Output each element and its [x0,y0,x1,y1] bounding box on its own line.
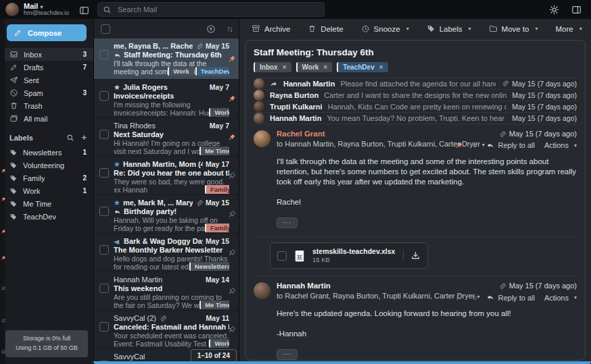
collapsed-message[interactable]: Hannah Martin Please find attached the a… [254,78,577,89]
label-chip[interactable]: Me Time [199,147,229,155]
quoted-text-toggle[interactable]: ··· [277,217,298,228]
sidebar-item-inbox[interactable]: Inbox 3 [0,48,93,61]
item-date: May 7 [210,83,229,92]
attachment-checkbox[interactable] [277,251,287,261]
attachment-card[interactable]: stemskills-teachdev.xlsx 15 KB [270,242,428,269]
sidebar-label-newsletters[interactable]: Newsletters 1 [0,146,93,159]
sidebar-item-trash[interactable]: Trash [0,99,93,112]
label-chip[interactable]: Work [209,108,229,117]
pin-outline-icon[interactable] [227,248,236,257]
close-icon[interactable]: × [323,63,327,71]
item-checkbox[interactable] [99,91,109,101]
sidebar-label-teachdev[interactable]: TeachDev [0,210,93,223]
archive-button[interactable]: Archive [252,24,290,33]
pin-icon[interactable] [454,141,463,151]
search-bar[interactable] [97,2,325,17]
item-checkbox[interactable] [99,168,109,178]
add-label-icon[interactable]: + [81,133,87,142]
snooze-button[interactable]: Snooze▾ [361,24,409,33]
label-chip[interactable]: Newsletters [189,262,229,271]
avatar [254,282,270,299]
select-all-checkbox[interactable] [101,24,110,34]
close-icon[interactable]: × [379,63,383,71]
search-input[interactable] [116,5,319,14]
list-item[interactable]: ★ me, Mark M, ... Mary G (8) May 15 Birt… [94,195,239,234]
item-checkbox[interactable] [99,207,109,216]
label-chip[interactable]: Work [209,339,229,348]
close-icon[interactable]: × [283,63,287,71]
pin-icon[interactable] [227,94,236,103]
reading-pane-toggle-icon[interactable] [571,5,582,15]
list-item[interactable]: Tina Rhodes May 7 Next Saturday Hi Hanna… [94,118,239,157]
delete-button[interactable]: Delete [308,24,343,33]
list-item[interactable]: Bark & Wag Doggy Daycare May 15 The Mont… [94,234,239,272]
read-status-icon[interactable]: ○ [473,141,477,149]
item-checkbox[interactable] [99,245,109,255]
sender-name[interactable]: Rachel Grant [277,130,448,138]
list-pager[interactable]: 1–10 of 24 [191,349,237,362]
collapsed-message[interactable]: Hannah Martin You mean Tuesday? No probl… [254,112,577,124]
label-chip[interactable]: TeachDev [195,67,229,76]
more-button[interactable]: More▾ [555,25,582,33]
collapsed-message[interactable]: Rayna Burton Carter and I want to share … [254,89,577,101]
quoted-text-toggle[interactable]: ··· [277,349,298,360]
sidebar-item-spam[interactable]: Spam 3 [0,86,93,99]
sidebar-item-drafts[interactable]: Drafts 7 [0,61,93,74]
compose-button[interactable]: Compose [7,24,87,41]
pinned-filter-icon[interactable] [206,24,216,33]
pin-outline-icon[interactable] [227,209,236,219]
message-body: I'll talk through the data at the meetin… [277,157,577,207]
collapsed-message[interactable]: Trupti Kulkarni Hannah, Kids Can Code ar… [254,101,577,112]
read-status-icon[interactable]: ○ [473,294,477,302]
actions-button[interactable]: Actions▾ [544,294,577,302]
pin-outline-icon[interactable] [227,286,236,296]
pin-outline-icon[interactable] [227,171,236,180]
label-chip[interactable]: Family [205,224,229,232]
account-info[interactable]: Mail▾ hm@teachdev.io [24,2,69,18]
reply-all-button[interactable]: Reply to all [486,141,534,150]
star-icon[interactable]: ★ [114,199,120,207]
label-chip-work[interactable]: Work× [296,62,333,72]
item-checkbox[interactable] [99,130,109,139]
label-chip[interactable]: Work [168,67,193,76]
item-checkbox[interactable] [99,284,109,293]
sidebar-label-family[interactable]: Family 2 [0,172,93,184]
pin-icon [0,227,6,233]
sidebar-item-all-mail[interactable]: All mail [0,112,93,125]
download-icon[interactable] [403,251,421,261]
collapse-sidebar-icon[interactable] [79,5,89,16]
labels-button[interactable]: Labels▾ [427,24,471,33]
account-avatar[interactable] [5,3,19,16]
move-to-button[interactable]: Move to▾ [489,24,538,33]
list-item[interactable]: Hannah Martin May 14 This weekend Are yo… [94,272,239,311]
actions-button[interactable]: Actions▾ [544,141,577,149]
star-icon[interactable]: ★ [114,161,120,168]
reply-all-button[interactable]: Reply to all [486,293,534,302]
sidebar-label-work[interactable]: Work 1 [0,184,93,197]
sort-icon[interactable]: ↑↓ [227,24,232,34]
label-chip[interactable]: Me Time [199,301,229,309]
sender-name[interactable]: Hannah Martin [277,282,448,290]
item-checkbox[interactable] [99,50,109,59]
list-item[interactable]: ★ Hannah Martin, Mom (4) May 17 Re: Did … [94,157,239,195]
label-chip-inbox[interactable]: Inbox× [254,62,291,72]
label-chip-teachdev[interactable]: TeachDev× [337,62,387,72]
sidebar-label-volunteering[interactable]: Volunteering [0,159,93,172]
pin-outline-icon[interactable] [454,293,463,303]
star-icon[interactable]: ★ [114,84,120,91]
list-item[interactable]: SavvyCal (2) May 11 Canceled: Fastmail a… [94,311,239,349]
list-item[interactable]: me, Rayna B, ... Rachel G (6) May 15 Sta… [94,38,239,80]
item-checkbox[interactable] [99,322,109,332]
sidebar-label-me-time[interactable]: Me Time [0,197,93,210]
sidebar-item-sent[interactable]: Sent [0,74,93,86]
recipients-line[interactable]: to Hannah Martin, Rayna Burton, Trupti K… [277,140,448,148]
pin-outline-icon[interactable] [227,325,236,334]
pin-icon[interactable] [227,54,236,63]
settings-gear-icon[interactable] [549,5,559,15]
list-item[interactable]: ★ Julia Rogers May 7 Invoices/receipts I… [94,80,239,118]
recipients-line[interactable]: to Rachel Grant, Rayna Burton, Trupti Ku… [277,292,448,300]
all-mail-icon [9,114,18,124]
label-chip[interactable]: Family [205,185,229,194]
label-search-icon[interactable] [66,133,74,142]
pin-icon[interactable] [227,132,236,142]
